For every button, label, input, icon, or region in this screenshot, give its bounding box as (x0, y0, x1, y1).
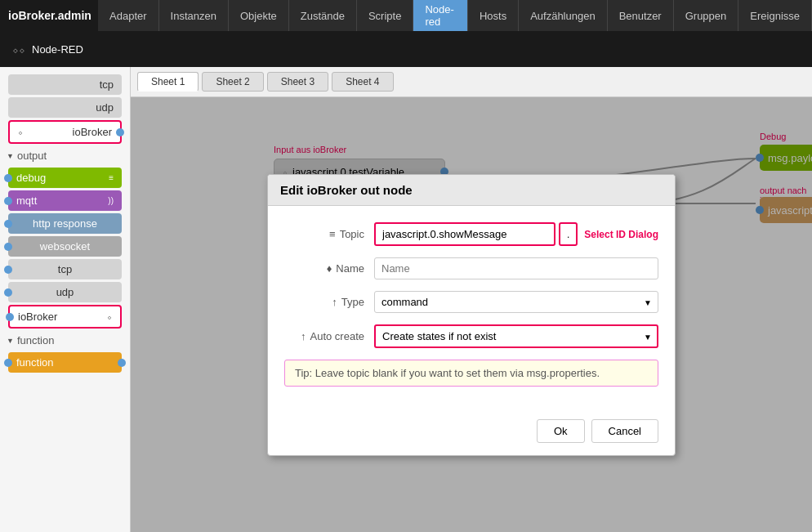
topic-select-btn[interactable]: . (559, 222, 578, 246)
type-select[interactable]: command state value (374, 291, 658, 313)
topic-input[interactable] (374, 222, 555, 246)
nav-tab-aufzaehlungen[interactable]: Aufzählungen (519, 0, 608, 31)
sheet-tab-3[interactable]: Sheet 3 (267, 72, 328, 92)
sidebar-node-tcp-input[interactable]: tcp (8, 74, 122, 95)
dialog-overlay: Edit ioBroker out node ≡ Topic . (131, 97, 812, 532)
topic-input-wrapper: . (374, 222, 578, 246)
nav-tab-benutzer[interactable]: Benutzer (608, 0, 674, 31)
nav-tabs: Adapter Instanzen Objekte Zustände Scrip… (98, 0, 812, 31)
select-id-label: Select ID Dialog (584, 229, 658, 240)
name-input[interactable] (374, 257, 658, 279)
dialog-body: ≡ Topic . Select ID Dialog (268, 206, 675, 411)
sidebar-node-iobroker-output[interactable]: ioBroker ⬦ (8, 305, 122, 329)
sidebar: tcp udp ⬦ ioBroker output debug ≡ mqtt )… (0, 67, 131, 532)
topic-icon: ≡ (329, 228, 336, 240)
cancel-button[interactable]: Cancel (591, 419, 658, 443)
sidebar-node-function[interactable]: function (8, 352, 122, 373)
sheet-tab-4[interactable]: Sheet 4 (332, 72, 393, 92)
canvas-area: Sheet 1 Sheet 2 Sheet 3 Sheet 4 Input au… (131, 67, 812, 532)
dialog-footer: Ok Cancel (268, 411, 675, 455)
ok-button[interactable]: Ok (537, 419, 585, 443)
sidebar-node-iobroker-input[interactable]: ⬦ ioBroker (8, 120, 122, 144)
sidebar-node-mqtt[interactable]: mqtt )) (8, 190, 122, 211)
node-red-icon: ⬦⬦ (12, 43, 25, 56)
sheet-tabs: Sheet 1 Sheet 2 Sheet 3 Sheet 4 (131, 67, 812, 97)
nav-tab-scripte[interactable]: Scripte (357, 0, 413, 31)
auto-create-select-wrapper: Create states if not exist Never Always … (374, 324, 658, 348)
type-row: ↑ Type command state value ▼ (284, 291, 658, 313)
top-nav: ioBroker.admin Adapter Instanzen Objekte… (0, 0, 812, 31)
nav-tab-hosts[interactable]: Hosts (468, 0, 519, 31)
name-label: ♦ Name (284, 262, 374, 275)
type-select-wrapper: command state value ▼ (374, 291, 658, 313)
edit-dialog: Edit ioBroker out node ≡ Topic . (267, 174, 676, 456)
sheet-tab-2[interactable]: Sheet 2 (202, 72, 263, 92)
topic-row: ≡ Topic . Select ID Dialog (284, 222, 658, 246)
auto-create-row: ↑ Auto create Create states if not exist… (284, 324, 658, 348)
header-bar: ⬦⬦ Node-RED (0, 31, 812, 67)
nav-tab-objekte[interactable]: Objekte (229, 0, 289, 31)
sidebar-section-output: output (0, 146, 130, 165)
topic-label: ≡ Topic (284, 228, 374, 240)
nav-tab-zustaende[interactable]: Zustände (289, 0, 357, 31)
sidebar-node-tcp-output[interactable]: tcp (8, 259, 122, 279)
sidebar-node-websocket[interactable]: websocket (8, 236, 122, 257)
auto-create-label: ↑ Auto create (284, 330, 374, 342)
dialog-title: Edit ioBroker out node (268, 175, 675, 206)
sidebar-node-http-response[interactable]: http response (8, 213, 122, 234)
auto-create-select[interactable]: Create states if not exist Never Always (374, 324, 658, 348)
nav-tab-ereignisse[interactable]: Ereignisse (738, 0, 812, 31)
nav-tab-gruppen[interactable]: Gruppen (674, 0, 739, 31)
sidebar-node-udp-input[interactable]: udp (8, 97, 122, 118)
sidebar-node-debug[interactable]: debug ≡ (8, 168, 122, 188)
tip-box: Tip: Leave topic blank if you want to se… (284, 360, 658, 387)
node-canvas: Input aus ioBroker ⬦ javascript.0.testVa… (131, 97, 812, 532)
page-title: Node-RED (32, 43, 83, 56)
nav-tab-instanzen[interactable]: Instanzen (159, 0, 229, 31)
main-layout: tcp udp ⬦ ioBroker output debug ≡ mqtt )… (0, 67, 812, 532)
type-label: ↑ Type (284, 296, 374, 308)
name-row: ♦ Name (284, 257, 658, 279)
sheet-tab-1[interactable]: Sheet 1 (137, 72, 199, 92)
nav-tab-adapter[interactable]: Adapter (98, 0, 159, 31)
sidebar-node-udp-output[interactable]: udp (8, 282, 122, 302)
nav-tab-node-red[interactable]: Node-red (413, 0, 467, 31)
brand-logo[interactable]: ioBroker.admin (0, 0, 98, 31)
sidebar-section-function: function (0, 331, 130, 350)
